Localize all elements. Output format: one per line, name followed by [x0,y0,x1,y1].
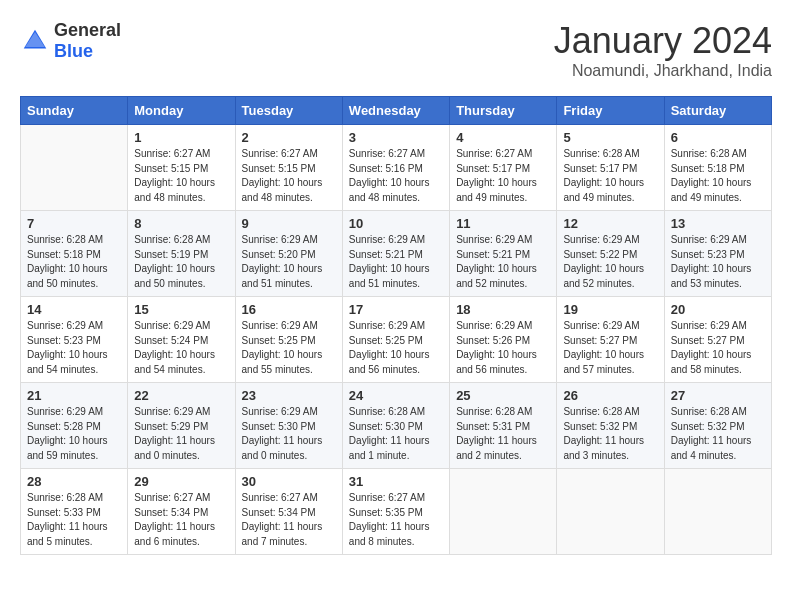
day-info: Sunrise: 6:27 AM Sunset: 5:34 PM Dayligh… [134,491,228,549]
day-info: Sunrise: 6:29 AM Sunset: 5:25 PM Dayligh… [349,319,443,377]
day-info: Sunrise: 6:29 AM Sunset: 5:27 PM Dayligh… [671,319,765,377]
day-info: Sunrise: 6:29 AM Sunset: 5:25 PM Dayligh… [242,319,336,377]
svg-marker-1 [25,32,45,47]
calendar-week-row: 1Sunrise: 6:27 AM Sunset: 5:15 PM Daylig… [21,125,772,211]
calendar-day-cell: 10Sunrise: 6:29 AM Sunset: 5:21 PM Dayli… [342,211,449,297]
calendar-day-cell: 26Sunrise: 6:28 AM Sunset: 5:32 PM Dayli… [557,383,664,469]
day-info: Sunrise: 6:28 AM Sunset: 5:33 PM Dayligh… [27,491,121,549]
title-block: January 2024 Noamundi, Jharkhand, India [554,20,772,80]
day-info: Sunrise: 6:29 AM Sunset: 5:29 PM Dayligh… [134,405,228,463]
day-number: 18 [456,302,550,317]
day-number: 30 [242,474,336,489]
day-number: 16 [242,302,336,317]
day-info: Sunrise: 6:29 AM Sunset: 5:20 PM Dayligh… [242,233,336,291]
calendar-day-cell: 16Sunrise: 6:29 AM Sunset: 5:25 PM Dayli… [235,297,342,383]
calendar-day-cell: 17Sunrise: 6:29 AM Sunset: 5:25 PM Dayli… [342,297,449,383]
calendar-day-cell: 18Sunrise: 6:29 AM Sunset: 5:26 PM Dayli… [450,297,557,383]
calendar-day-cell [664,469,771,555]
day-number: 28 [27,474,121,489]
logo-blue: Blue [54,41,93,61]
calendar-day-cell: 22Sunrise: 6:29 AM Sunset: 5:29 PM Dayli… [128,383,235,469]
day-info: Sunrise: 6:27 AM Sunset: 5:34 PM Dayligh… [242,491,336,549]
day-info: Sunrise: 6:28 AM Sunset: 5:32 PM Dayligh… [563,405,657,463]
weekday-header: Sunday [21,97,128,125]
day-number: 29 [134,474,228,489]
weekday-header: Saturday [664,97,771,125]
day-info: Sunrise: 6:29 AM Sunset: 5:22 PM Dayligh… [563,233,657,291]
calendar-day-cell: 28Sunrise: 6:28 AM Sunset: 5:33 PM Dayli… [21,469,128,555]
day-number: 4 [456,130,550,145]
calendar-week-row: 28Sunrise: 6:28 AM Sunset: 5:33 PM Dayli… [21,469,772,555]
calendar-day-cell: 27Sunrise: 6:28 AM Sunset: 5:32 PM Dayli… [664,383,771,469]
calendar-day-cell: 29Sunrise: 6:27 AM Sunset: 5:34 PM Dayli… [128,469,235,555]
calendar-day-cell: 15Sunrise: 6:29 AM Sunset: 5:24 PM Dayli… [128,297,235,383]
day-number: 12 [563,216,657,231]
calendar-day-cell: 11Sunrise: 6:29 AM Sunset: 5:21 PM Dayli… [450,211,557,297]
day-number: 7 [27,216,121,231]
logo: General Blue [20,20,121,62]
day-info: Sunrise: 6:29 AM Sunset: 5:26 PM Dayligh… [456,319,550,377]
location-subtitle: Noamundi, Jharkhand, India [554,62,772,80]
day-info: Sunrise: 6:28 AM Sunset: 5:18 PM Dayligh… [27,233,121,291]
weekday-header: Friday [557,97,664,125]
day-number: 20 [671,302,765,317]
calendar-day-cell [21,125,128,211]
calendar-day-cell: 19Sunrise: 6:29 AM Sunset: 5:27 PM Dayli… [557,297,664,383]
day-number: 10 [349,216,443,231]
calendar-day-cell: 25Sunrise: 6:28 AM Sunset: 5:31 PM Dayli… [450,383,557,469]
day-info: Sunrise: 6:29 AM Sunset: 5:21 PM Dayligh… [349,233,443,291]
day-info: Sunrise: 6:27 AM Sunset: 5:17 PM Dayligh… [456,147,550,205]
day-number: 31 [349,474,443,489]
day-number: 11 [456,216,550,231]
calendar-day-cell: 3Sunrise: 6:27 AM Sunset: 5:16 PM Daylig… [342,125,449,211]
day-info: Sunrise: 6:29 AM Sunset: 5:28 PM Dayligh… [27,405,121,463]
weekday-header: Monday [128,97,235,125]
day-number: 3 [349,130,443,145]
calendar-day-cell: 7Sunrise: 6:28 AM Sunset: 5:18 PM Daylig… [21,211,128,297]
day-number: 21 [27,388,121,403]
weekday-header-row: SundayMondayTuesdayWednesdayThursdayFrid… [21,97,772,125]
calendar-day-cell: 8Sunrise: 6:28 AM Sunset: 5:19 PM Daylig… [128,211,235,297]
day-number: 22 [134,388,228,403]
day-number: 19 [563,302,657,317]
calendar-day-cell [450,469,557,555]
day-number: 6 [671,130,765,145]
day-info: Sunrise: 6:28 AM Sunset: 5:31 PM Dayligh… [456,405,550,463]
calendar-week-row: 7Sunrise: 6:28 AM Sunset: 5:18 PM Daylig… [21,211,772,297]
weekday-header: Wednesday [342,97,449,125]
calendar-day-cell: 23Sunrise: 6:29 AM Sunset: 5:30 PM Dayli… [235,383,342,469]
calendar-day-cell: 13Sunrise: 6:29 AM Sunset: 5:23 PM Dayli… [664,211,771,297]
calendar-day-cell: 5Sunrise: 6:28 AM Sunset: 5:17 PM Daylig… [557,125,664,211]
weekday-header: Thursday [450,97,557,125]
month-title: January 2024 [554,20,772,62]
day-info: Sunrise: 6:27 AM Sunset: 5:16 PM Dayligh… [349,147,443,205]
weekday-header: Tuesday [235,97,342,125]
calendar-day-cell: 24Sunrise: 6:28 AM Sunset: 5:30 PM Dayli… [342,383,449,469]
logo-icon [20,26,50,56]
day-info: Sunrise: 6:28 AM Sunset: 5:30 PM Dayligh… [349,405,443,463]
day-number: 13 [671,216,765,231]
day-info: Sunrise: 6:28 AM Sunset: 5:19 PM Dayligh… [134,233,228,291]
day-info: Sunrise: 6:28 AM Sunset: 5:32 PM Dayligh… [671,405,765,463]
calendar-day-cell: 30Sunrise: 6:27 AM Sunset: 5:34 PM Dayli… [235,469,342,555]
day-number: 1 [134,130,228,145]
calendar-week-row: 14Sunrise: 6:29 AM Sunset: 5:23 PM Dayli… [21,297,772,383]
day-number: 27 [671,388,765,403]
calendar-day-cell: 4Sunrise: 6:27 AM Sunset: 5:17 PM Daylig… [450,125,557,211]
day-number: 9 [242,216,336,231]
calendar-day-cell: 9Sunrise: 6:29 AM Sunset: 5:20 PM Daylig… [235,211,342,297]
day-info: Sunrise: 6:29 AM Sunset: 5:27 PM Dayligh… [563,319,657,377]
day-info: Sunrise: 6:27 AM Sunset: 5:15 PM Dayligh… [242,147,336,205]
day-number: 14 [27,302,121,317]
day-number: 17 [349,302,443,317]
calendar-day-cell: 12Sunrise: 6:29 AM Sunset: 5:22 PM Dayli… [557,211,664,297]
day-info: Sunrise: 6:29 AM Sunset: 5:23 PM Dayligh… [671,233,765,291]
calendar-week-row: 21Sunrise: 6:29 AM Sunset: 5:28 PM Dayli… [21,383,772,469]
calendar-day-cell: 1Sunrise: 6:27 AM Sunset: 5:15 PM Daylig… [128,125,235,211]
day-info: Sunrise: 6:29 AM Sunset: 5:24 PM Dayligh… [134,319,228,377]
calendar-day-cell: 6Sunrise: 6:28 AM Sunset: 5:18 PM Daylig… [664,125,771,211]
day-info: Sunrise: 6:29 AM Sunset: 5:30 PM Dayligh… [242,405,336,463]
day-number: 25 [456,388,550,403]
day-info: Sunrise: 6:29 AM Sunset: 5:23 PM Dayligh… [27,319,121,377]
logo-general: General [54,20,121,40]
